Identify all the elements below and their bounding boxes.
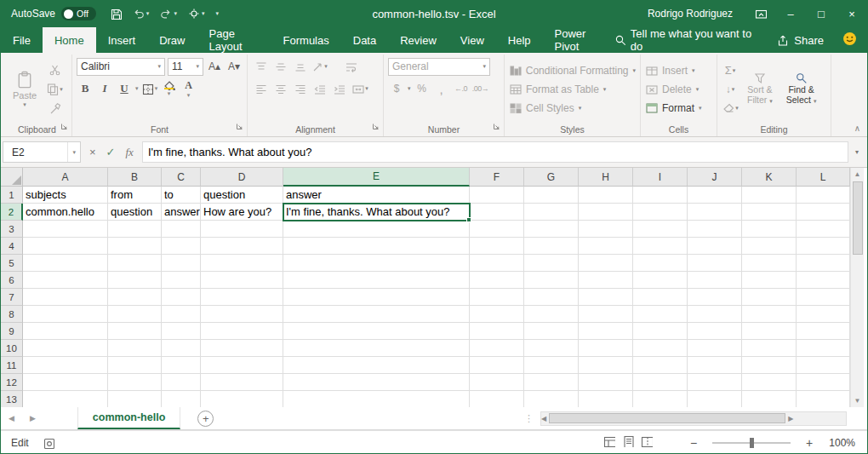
borders-button[interactable]: ▾: [141, 80, 158, 97]
cell-B8[interactable]: [108, 306, 162, 323]
ribbon-tab-file[interactable]: File: [1, 27, 43, 53]
cell-J10[interactable]: [688, 340, 742, 357]
column-header-I[interactable]: I: [633, 168, 688, 187]
name-box[interactable]: E2 ▾: [3, 141, 81, 163]
cell-D3[interactable]: [201, 221, 283, 238]
row-header-12[interactable]: 12: [1, 374, 23, 391]
cell-C8[interactable]: [162, 306, 201, 323]
cell-H13[interactable]: [579, 391, 633, 407]
redo-button[interactable]: ▾: [160, 8, 177, 20]
ribbon-tab-formulas[interactable]: Formulas: [271, 27, 341, 53]
ribbon-tab-home[interactable]: Home: [43, 27, 96, 53]
cell-D9[interactable]: [201, 323, 283, 340]
cell-I8[interactable]: [633, 306, 688, 323]
cell-I9[interactable]: [633, 323, 688, 340]
collapse-ribbon-button[interactable]: ∧: [854, 124, 860, 133]
cell-B5[interactable]: [108, 255, 162, 272]
paste-button[interactable]: Paste ▾: [7, 56, 43, 122]
horizontal-scrollbar[interactable]: ◀ ▶: [540, 411, 847, 426]
cell-J6[interactable]: [688, 272, 742, 289]
cell-E9[interactable]: [283, 323, 470, 340]
cell-H2[interactable]: [579, 204, 633, 221]
row-header-9[interactable]: 9: [1, 323, 23, 340]
alignment-dialog-launcher[interactable]: [372, 118, 380, 134]
cell-L6[interactable]: [797, 272, 850, 289]
cell-I11[interactable]: [633, 357, 688, 374]
cell-F10[interactable]: [470, 340, 524, 357]
row-header-5[interactable]: 5: [1, 255, 23, 272]
fill-handle[interactable]: [466, 217, 471, 222]
middle-align-button[interactable]: [271, 58, 288, 75]
column-header-E[interactable]: E: [283, 168, 470, 187]
align-right-button[interactable]: [291, 80, 308, 97]
cell-C5[interactable]: [162, 255, 201, 272]
cell-E7[interactable]: [283, 289, 470, 306]
cell-K9[interactable]: [742, 323, 797, 340]
cell-A2[interactable]: common.hello: [23, 204, 108, 221]
font-name-select[interactable]: Calibri▾: [77, 58, 165, 76]
row-header-6[interactable]: 6: [1, 272, 23, 289]
format-as-table-button[interactable]: Format as Table ▾: [509, 80, 636, 98]
fill-color-button[interactable]: ▾: [161, 80, 178, 97]
cell-H3[interactable]: [579, 221, 633, 238]
ribbon-display-options-button[interactable]: [746, 0, 775, 27]
cell-J8[interactable]: [688, 306, 742, 323]
cell-E2[interactable]: I'm fine, thanks. What about you?: [283, 204, 470, 221]
cell-B6[interactable]: [108, 272, 162, 289]
cell-J7[interactable]: [688, 289, 742, 306]
merge-center-button[interactable]: ▾: [351, 80, 368, 97]
cell-G9[interactable]: [524, 323, 579, 340]
zoom-level[interactable]: 100%: [825, 437, 855, 449]
copy-button[interactable]: ▾: [46, 81, 63, 98]
cell-A10[interactable]: [23, 340, 108, 357]
row-header-4[interactable]: 4: [1, 238, 23, 255]
cell-I10[interactable]: [633, 340, 688, 357]
cell-B9[interactable]: [108, 323, 162, 340]
sheet-tab-common-hello[interactable]: common-hello: [77, 407, 180, 429]
cell-B13[interactable]: [108, 391, 162, 407]
cell-D13[interactable]: [201, 391, 283, 407]
cell-A1[interactable]: subjects: [23, 187, 108, 204]
cell-L8[interactable]: [797, 306, 850, 323]
expand-formula-bar-button[interactable]: ▾: [848, 148, 865, 156]
cell-B7[interactable]: [108, 289, 162, 306]
cell-A9[interactable]: [23, 323, 108, 340]
row-header-8[interactable]: 8: [1, 306, 23, 323]
cell-D4[interactable]: [201, 238, 283, 255]
cell-H7[interactable]: [579, 289, 633, 306]
cell-B1[interactable]: from: [108, 187, 162, 204]
cell-I2[interactable]: [633, 204, 688, 221]
dropdown-arrow-icon[interactable]: ▾: [135, 85, 139, 92]
cell-B11[interactable]: [108, 357, 162, 374]
cell-G4[interactable]: [524, 238, 579, 255]
cell-C2[interactable]: answer: [162, 204, 201, 221]
ribbon-tab-power-pivot[interactable]: Power Pivot: [543, 27, 614, 53]
cell-I1[interactable]: [633, 187, 688, 204]
cell-K13[interactable]: [742, 391, 797, 407]
cell-H12[interactable]: [579, 374, 633, 391]
cell-K7[interactable]: [742, 289, 797, 306]
cell-A6[interactable]: [23, 272, 108, 289]
close-button[interactable]: ×: [837, 0, 867, 27]
cell-L5[interactable]: [797, 255, 850, 272]
cell-F1[interactable]: [470, 187, 524, 204]
cell-C3[interactable]: [162, 221, 201, 238]
column-header-F[interactable]: F: [470, 168, 524, 187]
cell-A5[interactable]: [23, 255, 108, 272]
row-header-13[interactable]: 13: [1, 391, 23, 407]
cell-G8[interactable]: [524, 306, 579, 323]
insert-function-button[interactable]: fx: [126, 146, 134, 159]
share-button[interactable]: Share: [777, 34, 824, 47]
cell-K6[interactable]: [742, 272, 797, 289]
zoom-out-button[interactable]: −: [688, 436, 699, 450]
feedback-smiley-button[interactable]: [842, 32, 857, 49]
font-dialog-launcher[interactable]: [236, 118, 243, 134]
cell-K12[interactable]: [742, 374, 797, 391]
cell-H9[interactable]: [579, 323, 633, 340]
cell-A12[interactable]: [23, 374, 108, 391]
save-button[interactable]: [110, 8, 122, 20]
cell-J9[interactable]: [688, 323, 742, 340]
font-size-select[interactable]: 11▾: [168, 58, 203, 76]
cell-L2[interactable]: [797, 204, 850, 221]
cell-E12[interactable]: [283, 374, 470, 391]
